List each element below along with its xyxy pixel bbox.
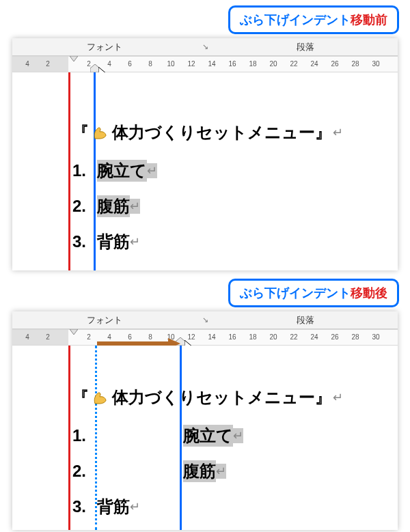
svg-marker-7 — [70, 329, 78, 335]
callout-before-red: 移動前 — [351, 12, 387, 28]
pilcrow-icon: ↵ — [216, 464, 226, 479]
title-text: 体力づくりセットメニュー』 — [112, 387, 331, 408]
list-num: 3. — [72, 497, 97, 516]
list-num: 3. — [72, 232, 97, 251]
ruler-14: 14 — [208, 333, 215, 341]
guide-left-margin — [68, 346, 70, 530]
title-text: 体力づくりセットメニュー』 — [112, 122, 331, 143]
list-text[interactable]: 腹筋 — [183, 460, 216, 482]
ruler-26: 26 — [331, 333, 338, 341]
list-row-1: 1. 腕立て ↵ — [72, 160, 157, 182]
list-row-2: 2. 腹筋 ↵ — [72, 460, 226, 482]
list-row-3: 3. 背筋 ↵ — [72, 231, 140, 253]
ribbon-dialog-font[interactable]: ↘ — [197, 316, 213, 324]
pilcrow-icon: ↵ — [130, 499, 140, 514]
ruler-2: 2 — [87, 333, 91, 341]
ruler[interactable]: 4 2 2 4 6 8 10 12 14 16 18 20 22 24 26 2… — [12, 56, 398, 72]
pilcrow-icon: ↵ — [147, 163, 157, 178]
ribbon-group-font[interactable]: フォント — [12, 41, 197, 53]
muscle-icon — [92, 124, 109, 141]
ruler-20: 20 — [269, 333, 277, 341]
document-area: 『 体力づくりセットメニュー』 ↵ 1. 腕立て ↵ 2. 腹筋 ↵ 3. 背筋… — [12, 346, 398, 530]
list-num: 2. — [72, 197, 97, 216]
ruler-16: 16 — [228, 60, 236, 68]
first-line-indent-marker[interactable] — [70, 329, 78, 335]
ruler-8: 8 — [148, 60, 152, 68]
callout-after: ぶら下げインデント 移動後 — [228, 279, 399, 307]
list-num: 2. — [72, 462, 183, 481]
ruler-10: 10 — [167, 60, 174, 68]
ruler-6: 6 — [128, 60, 132, 68]
muscle-icon — [92, 389, 109, 406]
ruler-28: 28 — [351, 333, 359, 341]
ruler-18: 18 — [249, 60, 256, 68]
ruler-26: 26 — [331, 60, 338, 68]
list-row-1: 1. 腕立て ↵ — [72, 425, 243, 447]
title-row: 『 体力づくりセットメニュー』 ↵ — [72, 387, 343, 408]
ruler-18: 18 — [249, 333, 256, 341]
pilcrow-icon: ↵ — [333, 390, 343, 405]
list-text[interactable]: 背筋 — [97, 231, 130, 253]
guide-left-margin — [68, 72, 70, 270]
pilcrow-icon: ↵ — [130, 199, 140, 214]
ribbon-group-font[interactable]: フォント — [12, 314, 197, 326]
ruler-14: 14 — [208, 60, 215, 68]
pilcrow-icon: ↵ — [333, 125, 343, 140]
document-area: 『 体力づくりセットメニュー』 ↵ 1. 腕立て ↵ 2. 腹筋 ↵ 3. 背筋… — [12, 72, 398, 270]
callout-before-blue: ぶら下げインデント — [240, 12, 351, 28]
ribbon-label-paragraph: 段落 — [297, 315, 314, 325]
callout-after-red: 移動後 — [351, 285, 387, 301]
ruler-left-4: 4 — [25, 333, 29, 341]
ruler-24: 24 — [310, 333, 318, 341]
ruler-16: 16 — [228, 333, 236, 341]
title-row: 『 体力づくりセットメニュー』 ↵ — [72, 122, 343, 143]
ribbon-label-paragraph: 段落 — [297, 42, 314, 52]
ruler-left-2: 2 — [46, 333, 50, 341]
panel-before: フォント ↘ 段落 4 2 2 4 6 8 10 12 14 16 18 20 … — [12, 38, 398, 270]
ruler-12: 12 — [187, 60, 195, 68]
ruler-24: 24 — [310, 60, 318, 68]
ruler-left-4: 4 — [25, 60, 29, 68]
list-text[interactable]: 背筋 — [97, 496, 130, 518]
ribbon-header: フォント ↘ 段落 — [12, 38, 398, 56]
ruler-left-2: 2 — [46, 60, 50, 68]
ruler-30: 30 — [372, 60, 379, 68]
ruler-22: 22 — [290, 60, 297, 68]
ribbon-label-font: フォント — [87, 315, 122, 325]
list-row-2: 2. 腹筋 ↵ — [72, 195, 140, 217]
list-row-3: 3. 背筋 ↵ — [72, 496, 140, 518]
ruler-22: 22 — [290, 333, 297, 341]
first-line-indent-marker[interactable] — [70, 56, 78, 61]
list-num: 1. — [72, 426, 183, 445]
ruler[interactable]: 4 2 2 4 6 8 10 12 14 16 18 20 22 24 26 2… — [12, 329, 398, 346]
ruler-20: 20 — [269, 60, 277, 68]
list-text[interactable]: 腕立て — [183, 425, 233, 447]
pilcrow-icon: ↵ — [233, 428, 243, 443]
list-text[interactable]: 腕立て — [97, 160, 147, 182]
title-open: 『 — [72, 122, 89, 143]
ruler-28: 28 — [351, 60, 359, 68]
ribbon-group-paragraph[interactable]: 段落 — [213, 314, 398, 326]
pilcrow-icon: ↵ — [130, 234, 140, 249]
ruler-30: 30 — [372, 333, 379, 341]
ribbon-group-paragraph[interactable]: 段落 — [213, 41, 398, 53]
svg-marker-0 — [70, 56, 78, 61]
list-text[interactable]: 腹筋 — [97, 195, 130, 217]
title-open: 『 — [72, 387, 89, 408]
ribbon-header: フォント ↘ 段落 — [12, 311, 398, 329]
ribbon-label-font: フォント — [87, 42, 122, 52]
callout-before: ぶら下げインデント 移動前 — [228, 5, 399, 34]
panel-after: フォント ↘ 段落 4 2 2 4 6 8 10 12 14 16 18 20 … — [12, 311, 398, 530]
list-num: 1. — [72, 161, 97, 180]
ribbon-dialog-font[interactable]: ↘ — [197, 42, 213, 51]
callout-after-blue: ぶら下げインデント — [240, 285, 351, 301]
